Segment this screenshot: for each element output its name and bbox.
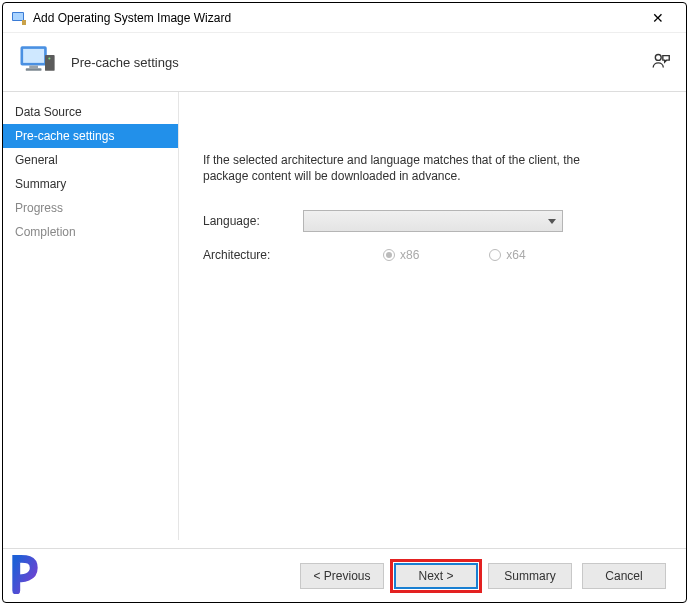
svg-rect-6: [26, 68, 42, 71]
radio-icon: [489, 249, 501, 261]
architecture-row: Architecture: x86 x64: [203, 248, 658, 262]
svg-rect-4: [23, 49, 44, 63]
svg-point-9: [655, 54, 661, 60]
computer-icon: [17, 41, 59, 83]
app-icon: [11, 10, 27, 26]
svg-rect-2: [22, 20, 26, 25]
svg-rect-5: [29, 66, 38, 69]
sidebar-item-summary[interactable]: Summary: [3, 172, 178, 196]
svg-point-8: [48, 57, 50, 59]
watermark-icon: [11, 552, 53, 594]
arch-x86-radio: x86: [383, 248, 419, 262]
language-label: Language:: [203, 214, 303, 228]
page-title: Pre-cache settings: [71, 55, 650, 70]
sidebar-item-pre-cache[interactable]: Pre-cache settings: [3, 124, 178, 148]
titlebar: Add Operating System Image Wizard ✕: [3, 3, 686, 33]
sidebar: Data Source Pre-cache settings General S…: [3, 92, 178, 540]
svg-rect-7: [45, 55, 55, 71]
next-button[interactable]: Next >: [394, 563, 478, 589]
arch-x64-label: x64: [506, 248, 525, 262]
sidebar-item-progress[interactable]: Progress: [3, 196, 178, 220]
footer: < Previous Next > Summary Cancel: [3, 548, 686, 602]
close-icon[interactable]: ✕: [638, 10, 678, 26]
svg-rect-1: [13, 13, 23, 20]
window-title: Add Operating System Image Wizard: [33, 11, 638, 25]
language-row: Language:: [203, 210, 658, 232]
architecture-radio-group: x86 x64: [383, 248, 526, 262]
cancel-button[interactable]: Cancel: [582, 563, 666, 589]
content-panel: If the selected architecture and languag…: [179, 92, 686, 540]
language-select[interactable]: [303, 210, 563, 232]
summary-button[interactable]: Summary: [488, 563, 572, 589]
header: Pre-cache settings: [3, 33, 686, 91]
arch-x86-label: x86: [400, 248, 419, 262]
description-text: If the selected architecture and languag…: [203, 152, 623, 184]
arch-x64-radio: x64: [489, 248, 525, 262]
architecture-label: Architecture:: [203, 248, 303, 262]
sidebar-item-completion[interactable]: Completion: [3, 220, 178, 244]
feedback-icon[interactable]: [650, 51, 672, 73]
wizard-window: Add Operating System Image Wizard ✕ Pre-…: [2, 2, 687, 603]
sidebar-item-data-source[interactable]: Data Source: [3, 100, 178, 124]
radio-icon: [383, 249, 395, 261]
sidebar-item-general[interactable]: General: [3, 148, 178, 172]
body: Data Source Pre-cache settings General S…: [3, 92, 686, 540]
previous-button[interactable]: < Previous: [300, 563, 384, 589]
